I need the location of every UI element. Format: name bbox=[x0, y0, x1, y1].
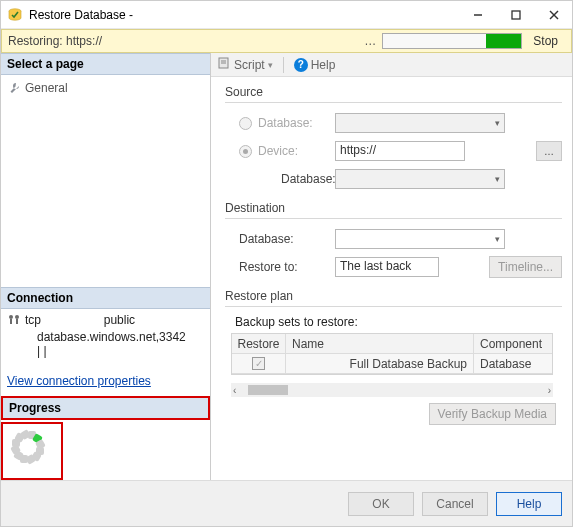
connection-text-1b: public bbox=[104, 313, 135, 327]
col-name: Name bbox=[286, 334, 474, 354]
restoring-progress-fill bbox=[486, 34, 521, 48]
progress-section: Progress bbox=[1, 396, 210, 480]
svg-rect-2 bbox=[512, 11, 520, 19]
grid-hscrollbar[interactable]: ‹ › bbox=[231, 383, 553, 397]
minimize-button[interactable] bbox=[460, 5, 496, 25]
destination-group-title: Destination bbox=[225, 201, 562, 219]
verify-backup-media-button[interactable]: Verify Backup Media bbox=[429, 403, 556, 425]
row-name: Full Database Backup bbox=[286, 354, 474, 374]
app-icon bbox=[7, 7, 23, 23]
progress-highlight-frame bbox=[1, 422, 63, 480]
connection-header: Connection bbox=[1, 287, 210, 309]
nav-item-general-label: General bbox=[25, 81, 68, 95]
destination-database-label: Database: bbox=[225, 232, 335, 246]
source-group: Source Database: ▾ Device: bbox=[225, 85, 562, 191]
window-title: Restore Database - bbox=[29, 8, 458, 22]
source-device-radio bbox=[239, 145, 252, 158]
script-label: Script bbox=[234, 58, 265, 72]
source-inner-database-combo[interactable]: ▾ bbox=[335, 169, 505, 189]
col-component: Component bbox=[474, 334, 552, 354]
source-group-title: Source bbox=[225, 85, 562, 103]
wrench-icon bbox=[7, 81, 21, 95]
chevron-down-icon: ▾ bbox=[268, 60, 273, 70]
help-footer-button[interactable]: Help bbox=[496, 492, 562, 516]
svg-point-5 bbox=[9, 315, 13, 319]
title-bar: Restore Database - bbox=[1, 1, 572, 29]
help-icon: ? bbox=[294, 58, 308, 72]
script-button[interactable]: Script ▾ bbox=[217, 56, 273, 73]
nav-item-general[interactable]: General bbox=[7, 79, 204, 97]
left-pane: Select a page General Connection bbox=[1, 53, 211, 480]
grid-header: Restore Name Component bbox=[232, 334, 552, 354]
destination-group: Destination Database: ▾ Restore to: The … bbox=[225, 201, 562, 279]
script-icon bbox=[217, 56, 231, 73]
source-database-combo: ▾ bbox=[335, 113, 505, 133]
server-icon bbox=[7, 313, 21, 330]
destination-restore-to-label: Restore to: bbox=[225, 260, 335, 274]
restore-to-value: The last back bbox=[340, 259, 411, 273]
source-database-label: Database: bbox=[258, 116, 313, 130]
source-device-value: https:// bbox=[340, 143, 376, 157]
connection-text-1a: tcp bbox=[25, 313, 41, 327]
browse-device-button[interactable]: … bbox=[536, 141, 562, 161]
restore-plan-group-title: Restore plan bbox=[225, 289, 562, 307]
backup-sets-grid: Restore Name Component Full Database Bac… bbox=[231, 333, 553, 375]
dialog-footer: OK Cancel Help bbox=[1, 480, 572, 526]
restoring-strip: Restoring: https:// … Stop bbox=[1, 29, 572, 53]
chevron-right-icon: › bbox=[548, 385, 551, 396]
row-restore-checkbox[interactable] bbox=[252, 357, 265, 370]
restore-to-textbox[interactable]: The last back bbox=[335, 257, 439, 277]
restoring-message: Restoring: https:// bbox=[8, 34, 358, 48]
select-page-header: Select a page bbox=[1, 53, 210, 75]
svg-point-6 bbox=[15, 315, 19, 319]
progress-spinner bbox=[12, 431, 52, 471]
ok-button[interactable]: OK bbox=[348, 492, 414, 516]
stop-button[interactable]: Stop bbox=[526, 32, 565, 50]
restoring-progressbar bbox=[382, 33, 522, 49]
cancel-button[interactable]: Cancel bbox=[422, 492, 488, 516]
connection-text-3: | | bbox=[37, 344, 47, 358]
progress-header: Progress bbox=[3, 398, 208, 418]
scroll-thumb[interactable] bbox=[248, 385, 288, 395]
connection-text-2: database.windows.net,3342 bbox=[37, 330, 186, 344]
timeline-button[interactable]: Timeline... bbox=[489, 256, 562, 278]
toolbar: Script ▾ ? Help bbox=[211, 53, 572, 77]
maximize-button[interactable] bbox=[498, 5, 534, 25]
chevron-left-icon: ‹ bbox=[233, 385, 236, 396]
backup-sets-label: Backup sets to restore: bbox=[225, 315, 562, 329]
source-inner-database-label: Database: bbox=[225, 172, 335, 186]
help-label: Help bbox=[311, 58, 336, 72]
svg-rect-8 bbox=[16, 319, 18, 324]
table-row[interactable]: Full Database Backup Database bbox=[232, 354, 552, 374]
svg-rect-7 bbox=[10, 319, 12, 324]
source-device-textbox[interactable]: https:// bbox=[335, 141, 465, 161]
row-component: Database bbox=[474, 354, 552, 374]
help-button[interactable]: ? Help bbox=[294, 58, 336, 72]
connection-body: tcp public database.windows.net,3342 | | bbox=[1, 309, 210, 362]
destination-database-combo[interactable]: ▾ bbox=[335, 229, 505, 249]
view-connection-properties-link[interactable]: View connection properties bbox=[7, 374, 204, 388]
close-button[interactable] bbox=[536, 5, 572, 25]
source-device-label: Device: bbox=[258, 144, 298, 158]
col-restore: Restore bbox=[232, 334, 286, 354]
ellipsis-icon: … bbox=[364, 34, 376, 48]
right-pane: Script ▾ ? Help Source Database: bbox=[211, 53, 572, 480]
restore-plan-group: Restore plan Backup sets to restore: Res… bbox=[225, 289, 562, 425]
source-database-radio bbox=[239, 117, 252, 130]
